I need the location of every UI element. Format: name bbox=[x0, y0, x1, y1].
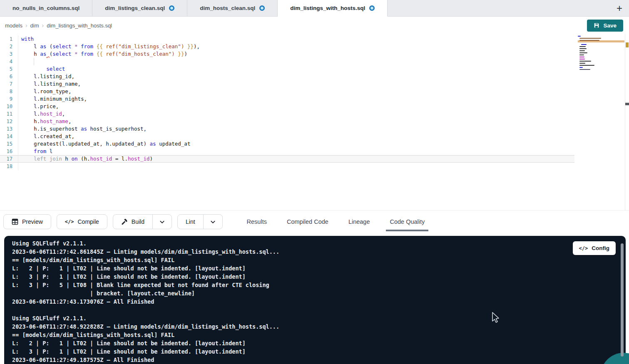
config-button[interactable]: </> Config bbox=[573, 241, 616, 255]
line-number: 12 bbox=[0, 118, 18, 125]
code-line[interactable]: 10 l.price, bbox=[0, 103, 629, 110]
breadcrumb-item-dim[interactable]: dim bbox=[30, 22, 39, 29]
unsaved-changes-dot-icon bbox=[259, 5, 265, 11]
code-line[interactable]: 2 l as (select * from {{ ref("dim_listin… bbox=[0, 43, 629, 50]
code-token: "dim_listings_clean" bbox=[118, 43, 181, 50]
code-text: l.room_type, bbox=[18, 88, 71, 95]
code-line[interactable]: 14 l.created_at, bbox=[0, 133, 629, 140]
code-line[interactable]: 11 l.host_id, bbox=[0, 110, 629, 118]
compile-button[interactable]: </> Compile bbox=[57, 214, 107, 229]
minimap-line bbox=[579, 59, 585, 59]
code-line[interactable]: 5 select bbox=[0, 65, 629, 73]
terminal-scrollbar[interactable] bbox=[621, 243, 624, 357]
tab-compiled-code[interactable]: Compiled Code bbox=[287, 218, 328, 225]
minimap-line bbox=[579, 40, 599, 41]
code-token: l bbox=[46, 148, 52, 154]
build-button-label: Build bbox=[132, 218, 144, 225]
code-line[interactable]: 18 bbox=[0, 163, 629, 170]
minimap-line bbox=[579, 52, 587, 53]
terminal-line: L: 3 | P: 1 | LT02 | Line should not be … bbox=[12, 272, 626, 281]
file-tab-no-nulls-in-columns[interactable]: no_nulls_in_columns.sql bbox=[0, 0, 92, 16]
file-tab-dim-listings-clean[interactable]: dim_listings_clean.sql bbox=[92, 0, 187, 16]
line-number: 7 bbox=[0, 80, 18, 88]
file-tab-dim-listings-with-hosts[interactable]: dim_listings_with_hosts.sql bbox=[278, 0, 388, 17]
code-token: on bbox=[71, 156, 77, 162]
terminal-line: 2023-06-06T11:27:42.861845Z — Linting mo… bbox=[12, 248, 626, 256]
tab-lineage[interactable]: Lineage bbox=[348, 218, 370, 225]
tab-results[interactable]: Results bbox=[247, 218, 267, 225]
terminal-line: Using SQLFluff v2.1.1. bbox=[12, 314, 626, 322]
line-number: 10 bbox=[0, 103, 18, 110]
code-token: from bbox=[81, 51, 93, 57]
lint-options-chevron-button[interactable] bbox=[203, 215, 222, 229]
code-text: select bbox=[18, 65, 65, 73]
action-toolbar: Preview </> Compile Build bbox=[0, 210, 629, 233]
code-token: from bbox=[81, 43, 93, 50]
editor-scrollbar[interactable] bbox=[625, 34, 629, 210]
breadcrumb-item-models[interactable]: models bbox=[5, 22, 22, 29]
code-line[interactable]: 8 l.room_type, bbox=[0, 88, 629, 95]
build-options-chevron-button[interactable] bbox=[152, 215, 172, 229]
code-token: l. bbox=[122, 156, 128, 162]
code-line[interactable]: 4 bbox=[0, 58, 629, 65]
action-buttons: Preview </> Compile Build bbox=[3, 214, 223, 229]
terminal-line bbox=[12, 306, 626, 314]
minimap-line bbox=[581, 44, 587, 45]
code-token: * bbox=[75, 43, 78, 50]
preview-button[interactable]: Preview bbox=[3, 214, 51, 229]
file-tab-dim-hosts-clean[interactable]: dim_hosts_clean.sql bbox=[187, 0, 278, 16]
code-editor[interactable]: 1with2 l as (select * from {{ ref("dim_l… bbox=[0, 34, 629, 210]
code-text: left join h on (h.host_id = l.host_id) bbox=[18, 155, 153, 163]
code-line[interactable]: 15 greatest(l.updated_at, h.updated_at) … bbox=[0, 140, 629, 148]
code-token: h bbox=[62, 156, 72, 162]
code-line[interactable]: 9 l.minimum_nights, bbox=[0, 95, 629, 103]
code-token: host_id bbox=[90, 156, 112, 162]
tab-code-quality[interactable]: Code Quality bbox=[390, 218, 425, 225]
code-token bbox=[21, 156, 34, 162]
code-text: l.minimum_nights, bbox=[18, 95, 87, 103]
code-token bbox=[71, 51, 75, 57]
code-line[interactable]: 6 l.listing_id, bbox=[0, 73, 629, 80]
code-token: * bbox=[75, 51, 78, 57]
minimap-line bbox=[578, 36, 581, 37]
line-number: 13 bbox=[0, 125, 18, 133]
new-tab-button[interactable]: + bbox=[610, 0, 629, 16]
code-text: h.is_superhost as host_is_superhost, bbox=[18, 125, 147, 133]
terminal-line: 2023-06-06T11:27:43.173076Z — All Finish… bbox=[12, 297, 626, 306]
code-line[interactable]: 1with bbox=[0, 35, 629, 43]
chevron-down-icon bbox=[159, 219, 165, 225]
code-token: }} bbox=[175, 51, 184, 57]
lint-button[interactable]: Lint bbox=[177, 214, 223, 229]
code-line[interactable]: 16 from l bbox=[0, 148, 629, 155]
code-editor-lines: 1with2 l as (select * from {{ ref("dim_l… bbox=[0, 35, 629, 170]
minimap-line bbox=[579, 38, 601, 39]
terminal-line: Using SQLFluff v2.1.1. bbox=[12, 239, 626, 248]
hammer-icon bbox=[121, 218, 128, 225]
code-line[interactable]: 7 l.listing_name, bbox=[0, 80, 629, 88]
code-line[interactable]: 17 left join h on (h.host_id = l.host_id… bbox=[0, 155, 574, 163]
code-token: , bbox=[68, 118, 72, 124]
code-token: {{ bbox=[97, 43, 106, 50]
breadcrumb-separator: › bbox=[25, 22, 27, 29]
code-text: h as (select * from {{ ref("dim_hosts_cl… bbox=[18, 50, 187, 58]
preview-button-label: Preview bbox=[22, 218, 43, 225]
code-token: select bbox=[52, 51, 71, 57]
minimap-line bbox=[579, 48, 587, 49]
breadcrumb-item-file[interactable]: dim_listings_with_hosts.sql bbox=[47, 22, 112, 29]
code-line[interactable]: 13 h.is_superhost as host_is_superhost, bbox=[0, 125, 629, 133]
code-token: left join bbox=[34, 156, 62, 162]
save-button[interactable]: Save bbox=[587, 20, 623, 32]
code-line[interactable]: 12 h.host_name, bbox=[0, 118, 629, 125]
code-line[interactable]: 3 h as (select * from {{ ref("dim_hosts_… bbox=[0, 50, 629, 58]
editor-minimap[interactable] bbox=[578, 36, 609, 71]
code-brackets-icon: </> bbox=[65, 219, 74, 225]
terminal-line: 2023-06-06T11:27:49.187575Z — All Finish… bbox=[12, 356, 626, 364]
minimap-line bbox=[579, 65, 594, 66]
code-token: ), bbox=[194, 43, 200, 50]
scrollbar-warning-marker-icon bbox=[626, 42, 629, 47]
build-button[interactable]: Build bbox=[113, 214, 172, 229]
code-text: from l bbox=[18, 148, 52, 155]
code-token: }} bbox=[184, 43, 194, 50]
code-token: select bbox=[52, 43, 71, 50]
code-token: host_is_superhost, bbox=[87, 126, 147, 132]
